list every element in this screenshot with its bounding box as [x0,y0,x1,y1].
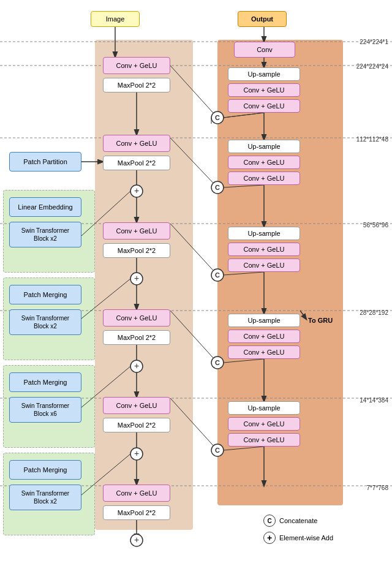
dim-label-3: 56*56*96 [363,222,388,228]
dec3-conv1: Conv + GeLU [228,243,300,256]
dec3-conv2: Conv + GeLU [228,258,300,272]
diagram-container: Image Output Patch Partition Linear Embe… [0,0,392,566]
dim-label-5: 14*14*384 [360,397,388,404]
dec1-upsample: Up-sample [228,67,300,81]
dec3-upsample: Up-sample [228,227,300,240]
dim-label-6: 7*7*768 [366,485,388,491]
patch-merging-2: Patch Merging [9,372,81,392]
legend-elementwise: + Element-wise Add [263,532,333,544]
swin-block-2: Swin Transformer Block x2 [9,309,81,335]
output-label: Output [238,11,287,27]
dec2-conv1: Conv + GeLU [228,156,300,169]
enc-pool2: MaxPool 2*2 [103,156,170,170]
enc-conv3: Conv + GeLU [103,222,170,240]
svg-point-27 [130,534,143,546]
patch-merging-3: Patch Merging [9,460,81,480]
linear-embedding: Linear Embedding [9,197,81,217]
dec4-conv2: Conv + GeLU [228,345,300,359]
dec2-upsample: Up-sample [228,140,300,153]
swin-block-4: Swin Transformer Block x2 [9,485,81,510]
enc-conv5: Conv + GeLU [103,397,170,414]
to-gru-label: To GRU [308,317,333,324]
dec1-conv2: Conv + GeLU [228,99,300,113]
swin-block-1: Swin Transformer Block x2 [9,222,81,247]
swin-block-3: Swin Transformer Block x6 [9,397,81,423]
enc-conv6: Conv + GeLU [103,485,170,502]
image-label: Image [91,11,140,27]
enc-pool6: MaxPool 2*2 [103,505,170,520]
dim-label-1: 224*224*24 [356,63,388,70]
enc-conv4: Conv + GeLU [103,309,170,326]
enc-pool4: MaxPool 2*2 [103,330,170,345]
svg-text:+: + [134,535,139,545]
enc-pool3: MaxPool 2*2 [103,243,170,258]
dim-label-0: 224*224*1 [360,39,388,45]
concatenate-symbol: C [263,515,276,527]
legend-concatenate: C Concatenate [263,515,317,527]
patch-partition: Patch Partition [9,152,81,172]
dec-conv-top: Conv [234,42,295,58]
dec2-conv2: Conv + GeLU [228,172,300,185]
enc-conv2: Conv + GeLU [103,135,170,152]
dec5-conv2: Conv + GeLU [228,433,300,447]
elementwise-symbol: + [263,532,276,544]
dec5-conv1: Conv + GeLU [228,417,300,431]
dec5-upsample: Up-sample [228,401,300,415]
encoder-band [95,40,193,530]
enc-conv1: Conv + GeLU [103,57,170,74]
dim-label-4: 28*28*192 [360,309,388,316]
dim-label-2: 112*112*48 [356,136,388,143]
dec4-upsample: Up-sample [228,314,300,327]
enc-pool5: MaxPool 2*2 [103,418,170,432]
dec1-conv1: Conv + GeLU [228,83,300,97]
patch-merging-1: Patch Merging [9,285,81,304]
dec4-conv1: Conv + GeLU [228,330,300,343]
enc-pool1: MaxPool 2*2 [103,78,170,92]
